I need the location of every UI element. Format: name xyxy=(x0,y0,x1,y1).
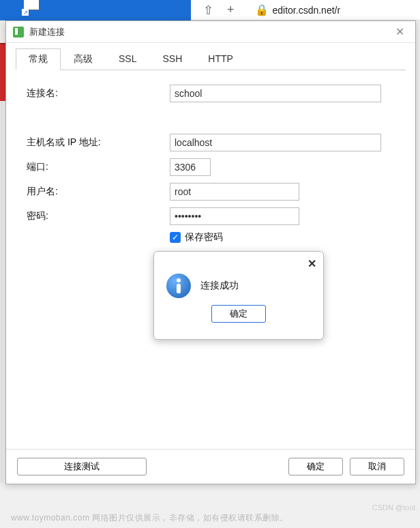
titlebar: 新建连接 ✕ xyxy=(6,21,415,43)
success-alert: ✕ 连接成功 确定 xyxy=(153,251,324,340)
tab-ssh[interactable]: SSH xyxy=(149,48,195,70)
address-bar[interactable]: 🔒 editor.csdn.net/r xyxy=(255,3,341,16)
label-password: 密码: xyxy=(27,210,170,222)
tab-general[interactable]: 常规 xyxy=(16,48,61,70)
app-edge xyxy=(0,20,5,43)
tab-ssl[interactable]: SSL xyxy=(106,48,149,70)
password-input[interactable] xyxy=(170,207,299,225)
label-username: 用户名: xyxy=(27,186,170,198)
tab-bar: 常规 高级 SSL SSH HTTP xyxy=(6,43,415,70)
app-icon xyxy=(13,27,24,38)
save-password-label: 保存密码 xyxy=(185,231,223,244)
label-port: 端口: xyxy=(27,161,170,173)
label-connection-name: 连接名: xyxy=(27,87,170,100)
close-icon[interactable]: ✕ xyxy=(391,24,408,40)
alert-message: 连接成功 xyxy=(200,280,239,292)
desktop-shortcut[interactable]: ↗ xyxy=(20,0,48,17)
ok-button[interactable]: 确定 xyxy=(288,458,343,475)
connection-name-input[interactable] xyxy=(170,85,381,102)
username-input[interactable] xyxy=(170,183,299,201)
save-password-checkbox[interactable]: ✓ xyxy=(170,232,181,243)
info-icon xyxy=(166,274,191,298)
alert-ok-button[interactable]: 确定 xyxy=(211,305,266,323)
app-edge-red xyxy=(0,43,5,101)
cancel-button[interactable]: 取消 xyxy=(350,458,404,475)
host-input[interactable] xyxy=(170,134,381,151)
label-host: 主机名或 IP 地址: xyxy=(27,136,170,149)
tab-http[interactable]: HTTP xyxy=(195,48,246,70)
watermark-text: www.toymoban.com 网络图片仅供展示，非存储，如有侵权请联系删除。 xyxy=(11,512,288,524)
tab-advanced[interactable]: 高级 xyxy=(61,48,106,70)
tab-separator xyxy=(16,70,406,70)
csdn-mark: CSDN @tool. xyxy=(372,503,417,512)
browser-toolbar: ⇧ + 🔒 editor.csdn.net/r xyxy=(191,0,420,20)
form-area: 连接名: 主机名或 IP 地址: 端口: 用户名: 密码: ✓ 保存密码 xyxy=(6,70,415,257)
url-text: editor.csdn.net/r xyxy=(273,5,341,16)
test-connection-button[interactable]: 连接测试 xyxy=(17,458,147,475)
upload-icon[interactable]: ⇧ xyxy=(203,3,213,18)
app-edge-gray xyxy=(0,101,3,483)
lock-icon: 🔒 xyxy=(255,3,269,16)
dialog-title: 新建连接 xyxy=(29,26,391,38)
alert-close-icon[interactable]: ✕ xyxy=(308,257,316,270)
dialog-footer: 连接测试 确定 取消 xyxy=(6,449,415,484)
new-tab-icon[interactable]: + xyxy=(227,3,235,17)
port-input[interactable] xyxy=(170,158,211,176)
